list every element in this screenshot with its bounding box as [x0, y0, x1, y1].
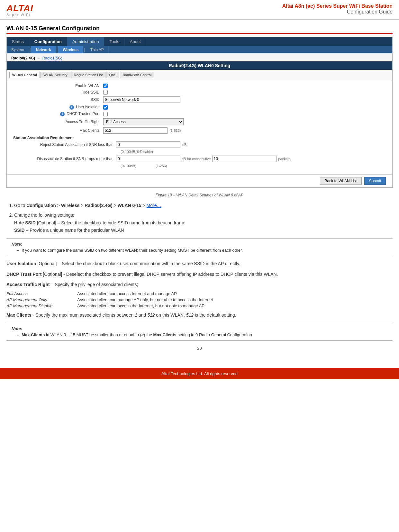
enable-wlan-label: Enable WLAN:	[13, 84, 103, 88]
reject-unit: dB.	[182, 143, 188, 147]
main-content: WLAN 0-15 General Configuration Status C…	[0, 20, 399, 358]
radio-tab-24g[interactable]: Radio0(2.4G)	[9, 55, 37, 61]
disassoc-range: (0-100dB)	[121, 164, 136, 168]
header-title: Altai A8n (ac) Series Super WiFi Base St…	[282, 3, 393, 15]
logo-superwifi: Super WiFi	[6, 13, 30, 17]
note-dash-1: –	[17, 248, 19, 253]
full-access-term: Full Access	[6, 291, 77, 296]
subnav-thin-ap[interactable]: Thin AP	[86, 46, 109, 53]
ssid-label: SSID:	[13, 97, 103, 102]
back-to-wlan-list-button[interactable]: Back to WLAN List	[320, 177, 362, 185]
step-2: Change the following settings: Hide SSID…	[14, 212, 393, 234]
page-title: WLAN 0-15 General Configuration	[6, 25, 393, 34]
nav-item-configuration[interactable]: Configuration	[29, 37, 67, 46]
header: ALTAI Super WiFi Altai A8n (ac) Series S…	[0, 0, 399, 20]
station-assoc-title: Station Association Requirement	[13, 136, 386, 140]
access-traffic-select[interactable]: Full Access AP Management Only AP Manage…	[103, 118, 184, 125]
ap-mgmt-disable-desc-row: AP Management Disable Associated client …	[6, 303, 393, 308]
user-isolation-info-icon: i	[69, 105, 74, 110]
user-isolation-desc: User Isolation [Optional] – Select the c…	[6, 260, 393, 267]
access-traffic-label: Access Traffic Right:	[13, 120, 103, 124]
note-dash-2: –	[17, 332, 19, 337]
enable-wlan-checkbox[interactable]	[103, 84, 108, 88]
more-link[interactable]: More…	[147, 203, 161, 208]
ap-mgmt-only-def: Associated client can manage AP only, bu…	[77, 297, 393, 302]
ui-panel: Status Configuration Administration Tool…	[6, 37, 393, 188]
sub-nav: System | Network | Wireless | Thin AP	[7, 46, 392, 53]
disassoc-packets-unit: packets.	[278, 157, 292, 161]
enable-wlan-row: Enable WLAN:	[13, 84, 386, 88]
subnav-sep3: |	[83, 46, 86, 53]
ap-mgmt-disable-def: Associated client can access the Interne…	[77, 303, 393, 308]
user-isolation-checkbox[interactable]	[103, 105, 108, 110]
max-clients-input[interactable]	[103, 127, 168, 134]
nav-item-about[interactable]: About	[125, 37, 146, 46]
radio-separator: –	[38, 56, 40, 60]
dhcp-trust-port-desc: DHCP Trust Port [Optional] - Deselect th…	[6, 271, 393, 278]
note-box-2: Note: – Max Clients in WLAN 0 – 15 MUST …	[6, 323, 393, 341]
note-item-2: – Max Clients in WLAN 0 – 15 MUST be sma…	[12, 332, 387, 337]
ap-mgmt-only-desc-row: AP Management Only Associated client can…	[6, 297, 393, 302]
config-guide: Configuration Guide	[282, 9, 393, 15]
device-name: Altai A8n (ac) Series Super WiFi Base St…	[282, 3, 393, 9]
note-label-1: Note:	[12, 242, 387, 247]
wlan-tab-security[interactable]: WLAN Security	[41, 72, 70, 78]
radio-tabs: Radio0(2.4G) – Radio1(5G)	[7, 53, 392, 61]
hide-ssid-row: Hide SSID:	[13, 90, 386, 95]
figure-caption: Figure 19 – WLAN Detail Settings of WLAN…	[6, 193, 393, 197]
disassoc-input[interactable]	[116, 156, 180, 162]
note-label-2: Note:	[12, 326, 387, 331]
ssid-row: SSID:	[13, 96, 386, 103]
step-1: Go to Configuration > Wireless > Radio0(…	[14, 202, 393, 210]
note-text-2: Max Clients in WLAN 0 – 15 MUST be small…	[22, 332, 252, 337]
hide-ssid-checkbox[interactable]	[103, 90, 108, 95]
radio-tab-5g[interactable]: Radio1(5G)	[41, 55, 64, 61]
nav-item-administration[interactable]: Administration	[67, 37, 104, 46]
reject-input[interactable]	[116, 141, 180, 148]
form-area: Enable WLAN: Hide SSID: SSID: i User Iso…	[7, 80, 392, 174]
nav-item-tools[interactable]: Tools	[104, 37, 124, 46]
wlan-title-bar: Radio0(2.4G) WLAN0 Setting	[7, 61, 392, 70]
subnav-sep1: |	[29, 46, 31, 53]
submit-button[interactable]: Submit	[364, 177, 386, 185]
max-clients-label: Max Clients:	[13, 128, 103, 133]
ap-mgmt-disable-term: AP Management Disable	[6, 303, 77, 308]
subnav-wireless[interactable]: Wireless	[58, 46, 83, 53]
desc-section: User Isolation [Optional] – Select the c…	[6, 260, 393, 319]
footer-text: Altai Technologies Ltd. All rights reser…	[161, 371, 238, 376]
subnav-network[interactable]: Network	[31, 46, 56, 53]
max-clients-row: Max Clients: (1-512)	[13, 127, 386, 134]
disassoc-unit: dB for consecutive	[182, 157, 211, 161]
note-item-1: – If you want to configure the same SSID…	[12, 248, 387, 253]
nav-item-status[interactable]: Status	[7, 37, 29, 46]
dhcp-trusted-port-checkbox[interactable]	[103, 112, 108, 116]
subnav-system[interactable]: System	[7, 46, 29, 53]
ssid-input[interactable]	[103, 96, 180, 103]
reject-hint: (0-100dB, 0:Disable)	[121, 150, 153, 154]
wlan-tab-general[interactable]: WLAN General	[9, 72, 40, 78]
logo-altai: ALTAI	[6, 3, 33, 14]
user-isolation-row: i User Isolation:	[13, 105, 386, 110]
page-number: 20	[6, 346, 393, 351]
logo-area: ALTAI Super WiFi	[6, 3, 33, 17]
station-assoc-section: Station Association Requirement Reject S…	[13, 136, 386, 168]
wlan-tab-bandwidth[interactable]: Bandwidth Control	[120, 72, 155, 78]
disassoc-label: Disassociate Station if SNR drops more t…	[13, 157, 116, 161]
subnav-sep2: |	[56, 46, 58, 53]
full-access-def: Associated client can access Internet an…	[77, 291, 393, 296]
footer: Altai Technologies Ltd. All rights reser…	[0, 368, 399, 379]
ap-mgmt-only-term: AP Management Only	[6, 297, 77, 302]
max-clients-desc: Max Clients - Specify the maximum associ…	[6, 311, 393, 319]
reject-row: Reject Station Association if SNR less t…	[13, 141, 386, 148]
access-traffic-row: Access Traffic Right: Full Access AP Man…	[13, 118, 386, 125]
wlan-tabs: WLAN General WLAN Security Rogue Station…	[7, 70, 392, 80]
disassoc-packets-input[interactable]	[212, 156, 277, 162]
max-clients-range: (1-512)	[169, 129, 181, 132]
full-access-desc-row: Full Access Associated client can access…	[6, 291, 393, 296]
wlan-tab-qos[interactable]: QoS	[106, 72, 119, 78]
disassoc-packets-range: (1-256)	[156, 164, 167, 168]
button-row: Back to WLAN List Submit	[7, 174, 392, 187]
disassoc-row: Disassociate Station if SNR drops more t…	[13, 156, 386, 162]
note-box-1: Note: – If you want to configure the sam…	[6, 238, 393, 256]
wlan-tab-rogue[interactable]: Rogue Station List	[71, 72, 106, 78]
